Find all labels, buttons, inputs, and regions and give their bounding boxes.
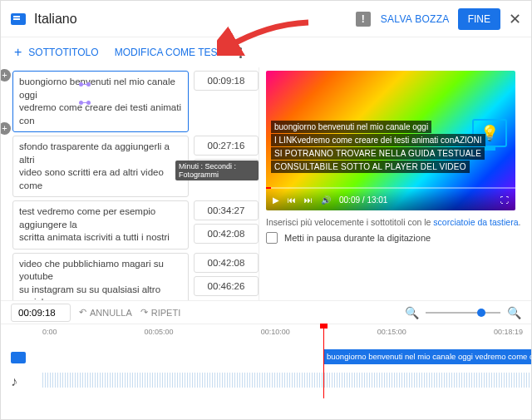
- done-button[interactable]: FINE: [458, 8, 500, 30]
- timecode-input[interactable]: 00:09:18: [194, 71, 259, 91]
- current-timecode-input[interactable]: [11, 304, 71, 322]
- video-caption-overlay: buongiorno benvenuti nel mio canale oggi…: [271, 121, 510, 174]
- timecode-tooltip: Minuti : Secondi : Fotogrammi: [175, 161, 259, 180]
- tick-label: 00:05:00: [145, 328, 174, 336]
- caption-subline: CONSULTABILE SOTTO AL PLAYER DEL VIDEO: [271, 161, 470, 173]
- pause-while-typing-row: Metti in pausa durante la digitazione: [266, 232, 521, 244]
- volume-icon[interactable]: 🔊: [321, 195, 331, 205]
- timecode-input[interactable]: 00:46:26: [194, 276, 259, 296]
- shortcuts-link[interactable]: scorciatoie da tastiera: [433, 217, 518, 227]
- main-area: Minuti : Secondi : Fotogrammi + buongior…: [1, 67, 531, 300]
- next-icon[interactable]: ⏭: [304, 195, 313, 205]
- pause-label: Metti in pausa durante la digitazione: [284, 233, 431, 243]
- redo-button[interactable]: ↷ RIPETI: [140, 307, 180, 318]
- subtitle-text-input[interactable]: video che pubblichiamo magari su youtube…: [12, 253, 189, 300]
- video-time: 00:09 / 13:01: [339, 195, 387, 205]
- plus-icon: +: [14, 45, 22, 60]
- timecode-input[interactable]: 00:27:16: [194, 136, 259, 156]
- caption-line: buongiorno benvenuti nel mio canale oggi: [271, 121, 431, 133]
- audio-waveform[interactable]: [42, 373, 531, 388]
- close-icon[interactable]: ✕: [509, 10, 521, 28]
- subtitle-line: su instagram su su qualsiasi altro socia…: [19, 284, 182, 300]
- zoom-controls: 🔍 🔍: [405, 306, 521, 319]
- warning-icon[interactable]: !: [356, 12, 371, 27]
- subtitle-line: buongiorno benvenuti nel mio canale oggi: [19, 76, 182, 101]
- subtitle-text-input[interactable]: buongiorno benvenuti nel mio canale oggi…: [12, 71, 189, 132]
- tick-label: 0:00: [42, 328, 57, 336]
- subtitle-track-icon: [11, 352, 26, 363]
- caption-subline: SI POTRANNO TROVARE NELLA GUIDA TESTUALE: [271, 147, 485, 160]
- toolbar: + SOTTOTITOLO MODIFICA COME TESTO: [1, 37, 259, 67]
- tick-label: 00:18:19: [494, 328, 523, 336]
- subtitle-row[interactable]: test vedremo come per esempio aggiungere…: [12, 200, 259, 250]
- undo-button[interactable]: ↶ ANNULLA: [79, 307, 132, 318]
- timecode-input[interactable]: 00:42:08: [194, 253, 259, 273]
- page-title: Italiano: [34, 12, 356, 27]
- tick-label: 00:15:00: [377, 328, 406, 336]
- subtitle-text-input[interactable]: test vedremo come per esempio aggiungere…: [12, 200, 189, 250]
- scrub-bar: ↶ ANNULLA ↷ RIPETI 🔍 🔍: [1, 300, 531, 324]
- subtitle-line: scritta animata iscriviti a tutti i nost…: [19, 231, 182, 245]
- add-row-icon[interactable]: +: [1, 122, 11, 135]
- subtitle-row[interactable]: buongiorno benvenuti nel mio canale oggi…: [12, 71, 259, 132]
- subtitle-list: Minuti : Secondi : Fotogrammi + buongior…: [1, 67, 259, 300]
- video-controls: ▶ ⏮ ⏭ 🔊 00:09 / 13:01 ⛶: [266, 189, 515, 210]
- subtitle-line: sfondo trasparente da aggiungerli a altr…: [19, 141, 182, 166]
- kebab-menu-icon[interactable]: [236, 44, 245, 62]
- fullscreen-icon[interactable]: ⛶: [500, 195, 509, 205]
- play-icon[interactable]: ▶: [273, 195, 279, 205]
- subtitle-line: video sono scritti era ad altri video co…: [19, 166, 182, 192]
- timecode-input[interactable]: 00:34:27: [194, 200, 259, 220]
- playhead[interactable]: [323, 324, 324, 398]
- timecode-input[interactable]: 00:42:08: [194, 224, 259, 244]
- preview-panel: 💡 buongiorno benvenuti nel mio canale og…: [259, 67, 531, 300]
- prev-icon[interactable]: ⏮: [288, 195, 296, 205]
- timeline-clip[interactable]: buongiorno benvenuti nel mio canale oggi…: [323, 349, 531, 364]
- subtitle-text-input[interactable]: sfondo trasparente da aggiungerli a altr…: [12, 136, 189, 197]
- pause-checkbox[interactable]: [266, 232, 278, 244]
- subtitle-line: test vedremo come per esempio aggiungere…: [19, 205, 182, 231]
- subtitle-app-icon: [11, 13, 26, 25]
- music-note-icon: ♪: [11, 374, 17, 389]
- timeline[interactable]: 0:00 00:05:00 00:10:00 00:15:00 00:18:19…: [1, 324, 531, 398]
- subtitle-row[interactable]: video che pubblichiamo magari su youtube…: [12, 253, 259, 300]
- hint-text: Inserisci più velocemente i sottotitoli …: [266, 217, 521, 227]
- caption-line: I LINKvedremo come creare dei testi anim…: [271, 134, 485, 146]
- save-draft-button[interactable]: SALVA BOZZA: [381, 13, 450, 25]
- zoom-slider[interactable]: [426, 312, 500, 314]
- tick-label: 00:10:00: [261, 328, 290, 336]
- zoom-in-icon[interactable]: 🔍: [507, 306, 521, 319]
- add-subtitle-label: SOTTOTITOLO: [28, 47, 98, 58]
- timeline-ticks: 0:00 00:05:00 00:10:00 00:15:00 00:18:19: [42, 328, 523, 336]
- subtitle-track[interactable]: buongiorno benvenuti nel mio canale oggi…: [1, 348, 531, 368]
- add-subtitle-button[interactable]: + SOTTOTITOLO: [14, 45, 99, 60]
- subtitle-line: video che pubblichiamo magari su youtube: [19, 258, 182, 284]
- subtitle-line: vedremo come creare dei testi animati co…: [19, 101, 182, 127]
- edit-as-text-button[interactable]: MODIFICA COME TESTO: [115, 47, 231, 58]
- video-preview[interactable]: 💡 buongiorno benvenuti nel mio canale og…: [266, 71, 515, 210]
- zoom-out-icon[interactable]: 🔍: [405, 306, 419, 319]
- header-bar: Italiano ! SALVA BOZZA FINE ✕: [1, 1, 531, 37]
- add-row-icon[interactable]: +: [1, 69, 11, 82]
